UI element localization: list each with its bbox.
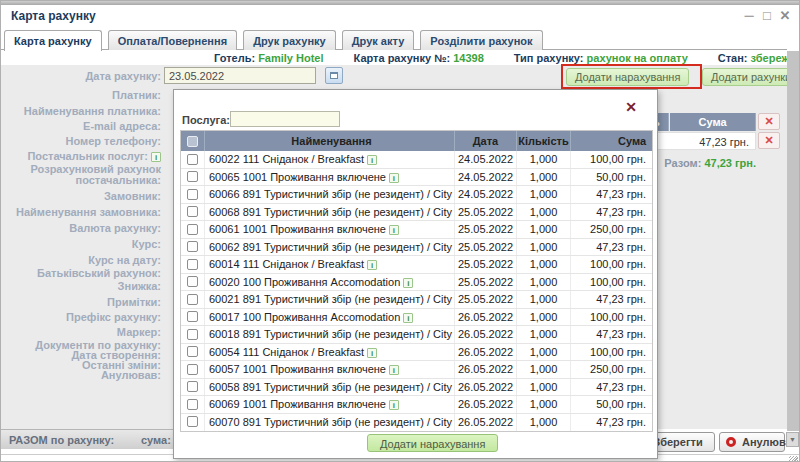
form-field-label: Замовник: [3,191,161,202]
charge-name-cell: 60021 891 Туристичний збір (не резидент)… [205,291,455,308]
select-all-checkbox[interactable] [187,136,198,147]
annul-button[interactable]: Анулювати [719,432,785,452]
row-checkbox[interactable] [187,206,198,217]
charges-table-body: 60022 111 Сніданок / Breakfasti 24.05.20… [181,151,652,431]
charge-qty-cell: 1,000 [517,221,571,238]
row-checkbox[interactable] [187,259,198,270]
tab[interactable]: Друк рахунку [243,30,336,50]
info-icon[interactable]: i [367,348,377,358]
form-field-label: Префікс рахунку: [3,312,161,323]
form-field-label: Курс на дату: [3,255,161,266]
tab[interactable]: Карта рахунку [4,30,102,51]
tab[interactable]: Розділити рахунок [420,30,542,50]
header-name: Найменування [205,131,455,151]
table-row: 60020 100 Проживання Accomodationi 25.05… [181,274,652,292]
row-checkbox[interactable] [187,171,198,182]
info-icon[interactable]: i [389,225,399,235]
row-checkbox[interactable] [187,364,198,375]
row-checkbox[interactable] [187,294,198,305]
add-invoices-button[interactable]: Додати рахунки [702,68,800,86]
row-checkbox[interactable] [187,189,198,200]
charge-date-cell: 25.05.2022 [455,221,517,238]
info-icon[interactable]: i [403,313,413,323]
info-icon[interactable]: i [151,152,161,162]
tab[interactable]: Друк акту [342,30,415,50]
charge-date-cell: 26.05.2022 [455,414,517,432]
calendar-icon [330,72,338,79]
charge-date-cell: 25.05.2022 [455,256,517,273]
close-icon[interactable]: ✕ [777,8,793,24]
charge-qty-cell: 1,000 [517,361,571,378]
form-field-label: Найменування платника: [3,106,161,117]
row-checkbox-cell [181,361,205,378]
info-icon[interactable]: i [389,400,399,410]
window-title: Карта рахунку [11,9,96,23]
form-field-label: Дата рахунку: [3,71,161,82]
tab[interactable]: Оплата/Повернення [108,30,237,50]
charge-name-cell: 60020 100 Проживання Accomodationi [205,274,455,291]
charge-date-cell: 26.05.2022 [455,344,517,361]
row-checkbox[interactable] [187,399,198,410]
charge-name-cell: 60054 111 Сніданок / Breakfasti [205,344,455,361]
info-icon[interactable]: i [367,155,377,165]
charge-date-cell: 25.05.2022 [455,204,517,221]
info-icon[interactable]: i [389,365,399,375]
charge-sum-cell: 47,23 грн. [571,291,652,308]
scroll-down-icon[interactable]: ▼ [786,432,799,447]
row-checkbox[interactable] [187,381,198,392]
vertical-scrollbar[interactable] [787,51,799,431]
info-icon[interactable]: i [389,173,399,183]
charge-name-cell: 60057 1001 Проживання включенеi [205,361,455,378]
modal-close-icon[interactable]: ✕ [625,100,637,114]
charge-sum-cell: 100,00 грн. [571,256,652,273]
bg-table-sum-header: Сума [670,113,756,131]
table-row: 60054 111 Сніданок / Breakfasti 26.05.20… [181,344,652,362]
table-row: 60018 891 Туристичний збір (не резидент)… [181,326,652,344]
charge-date-cell: 26.05.2022 [455,326,517,343]
title-bar: Карта рахунку ─ □ ✕ [1,5,800,29]
info-icon[interactable]: i [403,278,413,288]
row-checkbox[interactable] [187,416,198,427]
charge-sum-cell: 47,23 грн. [571,186,652,203]
invoice-date-input[interactable] [164,67,316,84]
form-field-label: E-mail адреса: [3,121,161,132]
info-pair: Готель: Family Hotel [214,52,324,64]
row-checkbox[interactable] [187,241,198,252]
modal-add-charge-button[interactable]: Додати нарахування [367,434,498,452]
header-qty: Кількість [517,131,571,151]
row-checkbox-cell [181,204,205,221]
service-filter-input[interactable] [230,111,340,127]
add-charge-button[interactable]: Додати нарахування [566,68,689,86]
minimize-icon[interactable]: ─ [741,8,757,24]
row-checkbox[interactable] [187,276,198,287]
form-field-label: Анулював: [3,370,161,381]
form-field-label: Постачальник послуг:i [3,151,161,162]
row-checkbox-cell [181,344,205,361]
row-checkbox[interactable] [187,224,198,235]
delete-all-icon[interactable]: ✕ [758,113,780,130]
charge-name-cell: 60070 891 Туристичний збір (не резидент)… [205,414,455,432]
row-checkbox[interactable] [187,311,198,322]
form-field-label: Маркер: [3,327,161,338]
charge-sum-cell: 47,23 грн. [571,326,652,343]
charge-date-cell: 24.05.2022 [455,169,517,186]
table-row: 60066 891 Туристичний збір (не резидент)… [181,186,652,204]
info-pair: Карта рахунку №: 14398 [354,52,484,64]
charge-sum-cell: 47,23 грн. [571,239,652,256]
row-checkbox[interactable] [187,154,198,165]
row-checkbox[interactable] [187,346,198,357]
calendar-picker-button[interactable] [325,67,343,84]
delete-row-icon[interactable]: ✕ [758,132,780,149]
info-icon[interactable]: i [367,260,377,270]
resize-grip[interactable] [789,456,798,462]
row-checkbox-cell [181,151,205,168]
row-checkbox-cell [181,239,205,256]
table-row: 60068 891 Туристичний збір (не резидент)… [181,204,652,222]
charge-qty-cell: 1,000 [517,291,571,308]
row-checkbox-cell [181,326,205,343]
form-field-label: Курс: [3,239,161,250]
row-checkbox-cell [181,414,205,432]
row-checkbox[interactable] [187,329,198,340]
maximize-icon[interactable]: □ [759,8,775,24]
charge-qty-cell: 1,000 [517,256,571,273]
